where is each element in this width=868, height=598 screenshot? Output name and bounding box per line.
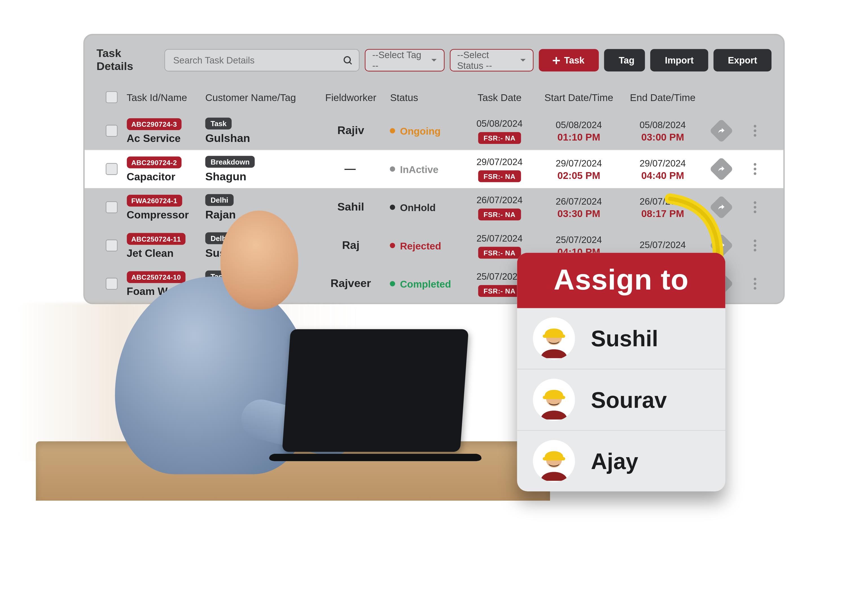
status-text: Rejected [400, 240, 441, 251]
assign-option[interactable]: Sushil [517, 308, 725, 369]
col-status[interactable]: Status [390, 91, 462, 103]
col-start[interactable]: Start Date/Time [537, 91, 621, 103]
table-row[interactable]: ABC290724-2 Capacitor Breakdown Shagun —… [85, 150, 783, 188]
fieldworker-name: — [312, 163, 390, 176]
col-task-id[interactable]: Task Id/Name [127, 91, 205, 103]
status-dot-icon [390, 128, 395, 133]
table-row[interactable]: ABC290724-3 Ac Service Task Gulshan Raji… [93, 112, 775, 150]
task-name: Foam Wash [127, 285, 205, 297]
select-status[interactable]: --Select Status -- [450, 49, 533, 72]
select-status-label: --Select Status -- [457, 50, 513, 71]
start-time: 02:05 PM [537, 169, 621, 181]
start-time: 03:30 PM [537, 208, 621, 219]
fsr-badge: FSR:- NA [478, 170, 521, 182]
status-dot-icon [390, 205, 395, 210]
status-text: InActive [400, 163, 438, 175]
add-task-button[interactable]: Task [538, 49, 599, 72]
assign-option-name: Sourav [591, 387, 667, 413]
avatar [533, 379, 575, 421]
row-checkbox[interactable] [106, 201, 117, 213]
col-end[interactable]: End Date/Time [621, 91, 705, 103]
select-tag[interactable]: --Select Tag -- [365, 49, 444, 72]
status-text: Completed [400, 278, 451, 289]
task-date: 05/08/2024 [462, 118, 537, 129]
start-time: 01:10 PM [537, 131, 621, 142]
fsr-badge: FSR:- NA [478, 208, 521, 220]
search-input[interactable] [164, 49, 360, 72]
end-date: 05/08/2024 [621, 120, 705, 130]
end-time: 08:17 PM [621, 208, 705, 219]
task-id-badge: FWA260724-1 [127, 194, 182, 206]
customer-name: Rajan [205, 208, 311, 221]
fieldworker-name: Rajveer [312, 277, 390, 290]
customer-name: Sakshi [205, 285, 311, 298]
status-dot-icon [390, 166, 395, 172]
select-all-checkbox[interactable] [106, 91, 117, 103]
assign-option[interactable]: Sourav [517, 369, 725, 431]
task-date: 29/07/2024 [462, 156, 537, 166]
row-more-button[interactable] [747, 276, 763, 292]
start-date: 05/08/2024 [537, 120, 621, 130]
row-more-button[interactable] [747, 199, 763, 215]
assign-button[interactable] [710, 195, 734, 219]
add-tag-button[interactable]: Tag [604, 49, 645, 72]
customer-tag: Delhi [205, 194, 233, 205]
col-task-date[interactable]: Task Date [462, 91, 537, 103]
fieldworker-name: Rajiv [312, 124, 390, 138]
search-icon [342, 55, 353, 66]
status-dot-icon [390, 281, 395, 286]
customer-tag: Breakdown [205, 155, 255, 167]
status-dot-icon [390, 243, 395, 248]
chevron-down-icon [520, 54, 526, 66]
task-name: Compressor [127, 209, 205, 221]
customer-tag: Task [205, 117, 232, 129]
export-button[interactable]: Export [714, 49, 771, 72]
chevron-down-icon [431, 54, 438, 66]
col-customer[interactable]: Customer Name/Tag [205, 91, 311, 103]
customer-name: Shagun [205, 170, 311, 183]
customer-name: Gulshan [205, 132, 311, 145]
task-panel: Task Details --Select Tag -- --Select St… [83, 34, 785, 304]
status-badge: Ongoing [390, 125, 462, 137]
assign-option[interactable]: Ajay [517, 431, 725, 491]
status-text: OnHold [400, 202, 436, 213]
svg-point-0 [344, 57, 351, 63]
row-checkbox[interactable] [106, 163, 117, 175]
row-more-button[interactable] [747, 161, 763, 177]
select-tag-label: --Select Tag -- [372, 50, 424, 71]
task-id-badge: ABC250724-11 [127, 233, 186, 244]
status-badge: Rejected [390, 240, 462, 251]
row-more-button[interactable] [747, 238, 763, 253]
assign-button[interactable] [710, 118, 734, 143]
row-more-button[interactable] [747, 123, 763, 139]
status-badge: InActive [390, 163, 462, 175]
svg-line-1 [350, 62, 352, 64]
fieldworker-name: Sahil [312, 201, 390, 214]
task-id-badge: ABC290724-3 [127, 118, 182, 130]
task-id-badge: ABC290724-2 [127, 156, 182, 168]
avatar [533, 440, 575, 482]
end-date: 29/07/2024 [621, 157, 705, 168]
assign-button[interactable] [710, 157, 734, 181]
fsr-badge: FSR:- NA [478, 132, 521, 144]
end-date: 26/07/2024 [621, 196, 705, 206]
task-date: 26/07/2024 [462, 194, 537, 205]
fsr-badge: FSR:- NA [478, 285, 521, 297]
row-checkbox[interactable] [106, 125, 117, 137]
task-name: Jet Clean [127, 247, 205, 259]
task-id-badge: ABC250724-10 [127, 271, 186, 283]
customer-tag: Delhi [205, 232, 233, 244]
page-title: Task Details [97, 47, 157, 73]
customer-name: Sushil [205, 247, 311, 260]
customer-tag: Task [205, 270, 232, 282]
table-header: Task Id/Name Customer Name/Tag Fieldwork… [93, 83, 775, 112]
row-checkbox[interactable] [106, 278, 117, 290]
row-checkbox[interactable] [106, 239, 117, 251]
status-badge: Completed [390, 278, 462, 289]
col-fieldworker[interactable]: Fieldworker [312, 91, 390, 103]
task-date: 25/07/2024 [462, 233, 537, 243]
fsr-badge: FSR:- NA [478, 247, 521, 258]
table-row[interactable]: FWA260724-1 Compressor Delhi Rajan Sahil… [93, 188, 775, 226]
import-button[interactable]: Import [650, 49, 708, 72]
svg-rect-3 [553, 60, 560, 61]
